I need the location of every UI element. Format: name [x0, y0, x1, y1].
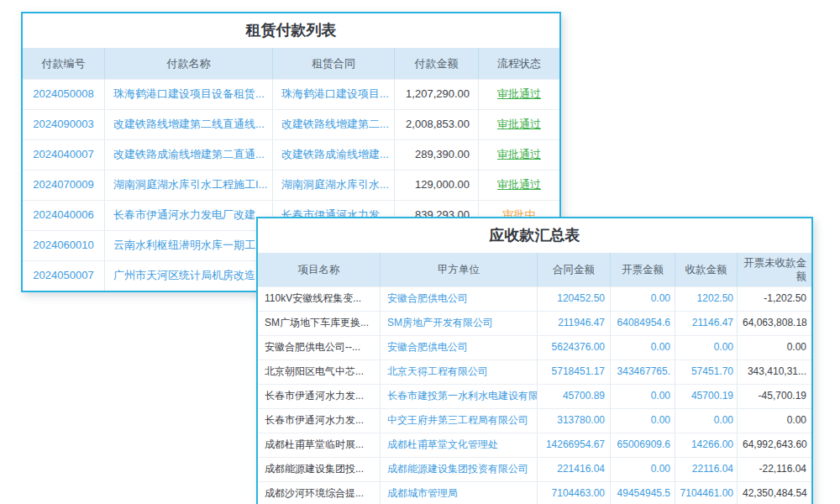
payment-name-link[interactable]: 云南水利枢纽潜明水库一期工...	[104, 231, 272, 260]
payment-id-link[interactable]: 2024050007	[23, 261, 104, 291]
party-a-link[interactable]: 北京天得工程有限公司	[380, 360, 537, 384]
payment-name-link[interactable]: 广州市天河区统计局机房改造...	[104, 261, 272, 291]
status-link[interactable]: 审批通过	[478, 80, 559, 109]
table-row[interactable]: 长春市伊通河水力发... 长春市建投第一水利水电建设有限 45700.89 0.…	[258, 384, 811, 408]
payment-name-link[interactable]: 改建铁路线增建第二线直通线...	[104, 110, 272, 139]
column-header-payment-id: 付款编号	[23, 48, 104, 79]
invoiced-amount: 64084954.6	[610, 312, 675, 335]
table-row[interactable]: 2024040007 改建铁路成渝线增建第二直通... 改建铁路成渝线增建...…	[23, 139, 559, 170]
party-a-link[interactable]: 安徽合肥供电公司	[380, 336, 537, 360]
receivables-table-body: 110kV安徽线程集变... 安徽合肥供电公司 120452.50 0.00 1…	[258, 286, 811, 504]
invoiced-unreceived-amount: -45,700.19	[737, 385, 811, 408]
payment-id-link[interactable]: 2024090003	[23, 110, 104, 139]
status-link[interactable]: 审批通过	[478, 140, 559, 170]
party-a-link[interactable]: 成都城市管理局	[380, 482, 537, 504]
invoiced-unreceived-amount: 0.00	[737, 409, 811, 433]
invoiced-amount: 0.00	[610, 287, 675, 311]
invoiced-amount: 49454945.5	[610, 482, 675, 504]
invoiced-unreceived-amount: 343,410,31...	[737, 360, 811, 384]
receivables-summary-table-card: 应收款汇总表 项目名称 甲方单位 合同金额 开票金额 收款金额 开票未收款金额 …	[256, 217, 813, 504]
invoiced-unreceived-amount: -1,202.50	[737, 287, 811, 311]
received-amount: 7104461.00	[675, 482, 737, 504]
payment-id-link[interactable]: 2024050008	[23, 80, 104, 109]
status-link[interactable]: 审批通过	[478, 110, 559, 139]
column-header-payment-name: 付款名称	[104, 48, 272, 79]
invoiced-unreceived-amount: 0.00	[737, 336, 811, 360]
party-a-link[interactable]: 中交王府井第三工程局有限公司	[380, 409, 537, 433]
party-a-link[interactable]: 长春市建投第一水利水电建设有限	[380, 385, 537, 408]
payment-name-link[interactable]: 湖南洞庭湖水库引水工程施工I...	[104, 171, 272, 200]
table-row[interactable]: 2024090003 改建铁路线增建第二线直通线... 改建铁路线增建第二...…	[23, 109, 559, 139]
payment-id-link[interactable]: 2024040007	[23, 140, 104, 170]
party-a-link[interactable]: SM房地产开发有限公司	[380, 312, 537, 335]
contract-amount: 313780.00	[537, 409, 610, 433]
table-row[interactable]: 北京朝阳区电气中芯... 北京天得工程有限公司 5718451.17 34346…	[258, 360, 811, 384]
receivables-table-header: 项目名称 甲方单位 合同金额 开票金额 收款金额 开票未收款金额	[258, 253, 811, 286]
column-header-party-a: 甲方单位	[380, 253, 537, 286]
invoiced-amount: 0.00	[610, 336, 675, 360]
received-amount: 21146.47	[675, 312, 737, 335]
column-header-project-name: 项目名称	[258, 253, 380, 286]
project-name: 110kV安徽线程集变...	[258, 287, 380, 311]
contract-amount: 5624376.00	[537, 336, 610, 360]
contract-amount: 14266954.67	[537, 433, 610, 457]
table-row[interactable]: 2024070009 湖南洞庭湖水库引水工程施工I... 湖南洞庭湖水库引水..…	[23, 170, 559, 200]
column-header-invoiced-unreceived-amount: 开票未收款金额	[737, 253, 811, 286]
invoiced-unreceived-amount: 42,350,484.54	[737, 482, 811, 504]
table-row[interactable]: 成都沙河环境综合提... 成都城市管理局 7104463.00 49454945…	[258, 481, 811, 504]
project-name: 成都杜甫草堂临时展...	[258, 433, 380, 457]
invoiced-unreceived-amount: -22,116.04	[737, 458, 811, 481]
payment-amount: 2,008,853.00	[394, 110, 478, 139]
table-row[interactable]: 2024050008 珠海鹤港口建设项目设备租赁... 珠海鹤港口建设项目...…	[23, 79, 559, 109]
party-a-link[interactable]: 成都能源建设集团投资有限公司	[380, 458, 537, 481]
invoiced-amount: 343467765.	[610, 360, 675, 384]
received-amount: 22116.04	[675, 458, 737, 481]
invoiced-unreceived-amount: 64,992,643.60	[737, 433, 811, 457]
contract-amount: 7104463.00	[537, 482, 610, 504]
payment-amount: 289,390.00	[394, 140, 478, 170]
payment-name-link[interactable]: 改建铁路成渝线增建第二直通...	[104, 140, 272, 170]
contract-amount: 221416.04	[537, 458, 610, 481]
lease-contract-link[interactable]: 珠海鹤港口建设项目...	[272, 80, 394, 109]
column-header-payment-amount: 付款金额	[394, 48, 478, 79]
lease-table-header: 付款编号 付款名称 租赁合同 付款金额 流程状态	[23, 48, 559, 79]
project-name: 长春市伊通河水力发...	[258, 409, 380, 433]
table-row[interactable]: 长春市伊通河水力发... 中交王府井第三工程局有限公司 313780.00 0.…	[258, 408, 811, 433]
column-header-received-amount: 收款金额	[675, 253, 737, 286]
payment-name-link[interactable]: 长春市伊通河水力发电厂改建...	[104, 201, 272, 230]
contract-amount: 211946.47	[537, 312, 610, 335]
payment-amount: 129,000.00	[394, 171, 478, 200]
project-name: 长春市伊通河水力发...	[258, 385, 380, 408]
table-row[interactable]: 成都杜甫草堂临时展... 成都杜甫草堂文化管理处 14266954.67 650…	[258, 433, 811, 457]
project-name: SM广场地下车库更换...	[258, 312, 380, 335]
lease-contract-link[interactable]: 改建铁路线增建第二...	[272, 110, 394, 139]
invoiced-unreceived-amount: 64,063,808.18	[737, 312, 811, 335]
lease-contract-link[interactable]: 改建铁路成渝线增建...	[272, 140, 394, 170]
received-amount: 0.00	[675, 336, 737, 360]
column-header-workflow-status: 流程状态	[478, 48, 559, 79]
project-name: 成都沙河环境综合提...	[258, 482, 380, 504]
party-a-link[interactable]: 成都杜甫草堂文化管理处	[380, 433, 537, 457]
lease-table-title: 租赁付款列表	[23, 13, 559, 48]
status-link[interactable]: 审批通过	[478, 171, 559, 200]
contract-amount: 120452.50	[537, 287, 610, 311]
received-amount: 57451.70	[675, 360, 737, 384]
payment-id-link[interactable]: 2024060010	[23, 231, 104, 260]
table-row[interactable]: 110kV安徽线程集变... 安徽合肥供电公司 120452.50 0.00 1…	[258, 286, 811, 311]
receivables-table-title: 应收款汇总表	[258, 218, 811, 253]
contract-amount: 5718451.17	[537, 360, 610, 384]
contract-amount: 45700.89	[537, 385, 610, 408]
table-row[interactable]: 安徽合肥供电公司--... 安徽合肥供电公司 5624376.00 0.00 0…	[258, 335, 811, 360]
payment-id-link[interactable]: 2024070009	[23, 171, 104, 200]
payment-name-link[interactable]: 珠海鹤港口建设项目设备租赁...	[104, 80, 272, 109]
table-row[interactable]: 成都能源建设集团投... 成都能源建设集团投资有限公司 221416.04 0.…	[258, 457, 811, 481]
invoiced-amount: 65006909.6	[610, 433, 675, 457]
lease-contract-link[interactable]: 湖南洞庭湖水库引水...	[272, 171, 394, 200]
table-row[interactable]: SM广场地下车库更换... SM房地产开发有限公司 211946.47 6408…	[258, 311, 811, 335]
page: 租赁付款列表 付款编号 付款名称 租赁合同 付款金额 流程状态 20240500…	[0, 0, 840, 504]
project-name: 安徽合肥供电公司--...	[258, 336, 380, 360]
payment-id-link[interactable]: 2024040006	[23, 201, 104, 230]
received-amount: 0.00	[675, 409, 737, 433]
party-a-link[interactable]: 安徽合肥供电公司	[380, 287, 537, 311]
column-header-invoiced-amount: 开票金额	[610, 253, 675, 286]
